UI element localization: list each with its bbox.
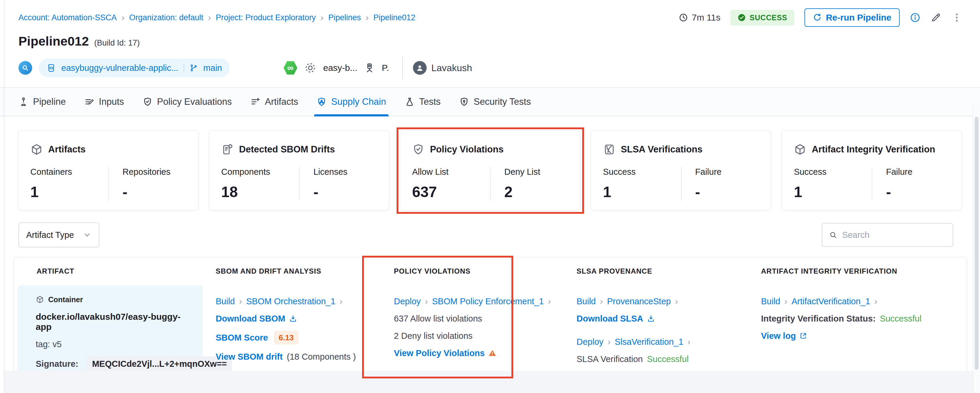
codebase-icon xyxy=(18,61,32,75)
flask-icon xyxy=(405,97,415,107)
chevron-right-icon: › xyxy=(239,296,242,306)
view-policy-violations-link[interactable]: View Policy Violations xyxy=(394,348,496,358)
info-icon[interactable] xyxy=(910,12,921,23)
view-log-link[interactable]: View log xyxy=(761,331,807,341)
cube-icon xyxy=(794,143,806,156)
col-header-policy: POLICY VIOLATIONS xyxy=(385,267,568,275)
page-footer-area xyxy=(5,371,980,393)
card-artifact-integrity: Artifact Integrity Verification Success … xyxy=(781,130,962,211)
stat-repositories: Repositories - xyxy=(108,167,186,201)
breadcrumb-pipelines[interactable]: Pipelines xyxy=(328,13,361,22)
branch-name[interactable]: main xyxy=(203,63,222,73)
artifact-image-name: docker.io/lavakush07/easy-buggy-app xyxy=(36,312,196,332)
artifacts-list-icon xyxy=(250,97,260,107)
slsa-verification-status: Successful xyxy=(647,354,689,364)
sbom-score-link[interactable]: SBOM Score xyxy=(216,332,268,343)
left-panel-divider xyxy=(4,0,5,393)
view-sbom-drift-link[interactable]: View SBOM drift xyxy=(216,351,283,362)
chevron-right-icon: › xyxy=(208,13,211,22)
chevron-right-icon: › xyxy=(675,296,678,306)
artifact-cell: Container docker.io/lavakush07/easy-bugg… xyxy=(18,286,203,379)
tab-inputs[interactable]: Inputs xyxy=(84,88,124,116)
download-slsa-link[interactable]: Download SLSA xyxy=(577,313,655,324)
vertical-scrollbar[interactable] xyxy=(973,104,980,393)
search-icon xyxy=(829,230,837,240)
tab-policy-evaluations[interactable]: Policy Evaluations xyxy=(143,88,232,116)
chevron-right-icon: › xyxy=(608,337,611,347)
external-link-icon xyxy=(799,332,807,340)
step-link[interactable]: SBOM Orchestration_1 xyxy=(247,296,336,306)
chevron-down-icon xyxy=(83,230,92,240)
page-title: Pipeline012 xyxy=(18,34,89,48)
card-artifacts: Artifacts Containers 1 Repositories - xyxy=(18,130,199,211)
scrollbar-thumb[interactable] xyxy=(975,117,978,370)
kebab-menu-icon[interactable] xyxy=(951,12,962,23)
breadcrumb: Account: Automation-SSCA › Organization:… xyxy=(18,13,415,22)
tab-supply-chain[interactable]: Supply Chain xyxy=(317,88,386,116)
artifact-tag: tag: v5 xyxy=(36,339,62,349)
breadcrumb-pipeline012[interactable]: Pipeline012 xyxy=(373,13,415,22)
artifact-type-dropdown[interactable]: Artifact Type xyxy=(18,222,99,248)
repo-pill[interactable]: easybuggy-vulnerable-applic... main xyxy=(39,59,230,77)
trigger-name[interactable]: easy-b... xyxy=(323,63,357,73)
clock-icon xyxy=(679,13,688,22)
step-link[interactable]: SBOM Policy Enforcement_1 xyxy=(432,296,544,306)
slsa-provenance-cell: Build › ProvenanceStep › Download SLSA D… xyxy=(568,285,752,371)
delegate-short-name: P. xyxy=(382,63,389,73)
breadcrumb-account[interactable]: Account: Automation-SSCA xyxy=(18,13,117,22)
stat-licenses: Licenses - xyxy=(299,167,377,201)
tab-tests[interactable]: Tests xyxy=(405,88,441,116)
tab-artifacts[interactable]: Artifacts xyxy=(250,88,298,116)
stage-link[interactable]: Deploy xyxy=(394,296,421,306)
step-link[interactable]: ArtifactVerification_1 xyxy=(792,296,870,306)
stat-slsa-failure: Failure - xyxy=(681,167,759,201)
stage-link[interactable]: Deploy xyxy=(577,337,603,347)
card-slsa-verifications: SLSA Verifications Success 1 Failure - xyxy=(590,130,772,211)
col-header-slsa: SLSA PROVENANCE xyxy=(568,267,752,275)
table-row: Container docker.io/lavakush07/easy-bugg… xyxy=(14,285,966,383)
integrity-status-value: Successful xyxy=(880,313,921,324)
search-input[interactable] xyxy=(842,230,946,240)
col-header-artifact: ARTIFACT xyxy=(14,267,207,275)
breadcrumb-project[interactable]: Project: Product Exploratory xyxy=(216,13,316,22)
repo-name[interactable]: easybuggy-vulnerable-applic... xyxy=(61,63,178,73)
chevron-right-icon: › xyxy=(366,13,369,22)
integrity-status-label: Integrity Verification Status: xyxy=(761,313,876,324)
stage-link[interactable]: Build xyxy=(577,296,596,306)
pill-divider xyxy=(184,63,184,73)
rerun-pipeline-button[interactable]: Re-run Pipeline xyxy=(805,8,900,27)
supply-chain-page: Account: Automation-SSCA › Organization:… xyxy=(0,0,980,393)
breadcrumb-organization[interactable]: Organization: default xyxy=(129,13,203,22)
user-name: Lavakush xyxy=(431,62,472,73)
download-sbom-link[interactable]: Download SBOM xyxy=(216,313,297,324)
harness-trigger-icon: ∞ xyxy=(283,61,298,75)
artifact-integrity-cell: Build › ArtifactVerification_1 › Integri… xyxy=(752,285,966,348)
header-divider xyxy=(402,57,403,79)
chevron-right-icon: › xyxy=(784,296,788,306)
user-avatar-icon xyxy=(413,61,426,75)
stage-link[interactable]: Build xyxy=(216,296,235,306)
download-icon xyxy=(647,315,655,323)
tab-security-tests[interactable]: Security Tests xyxy=(459,88,531,116)
sbom-document-icon xyxy=(221,143,234,156)
stat-integrity-success: Success 1 xyxy=(794,167,872,201)
policy-violations-cell: Deploy › SBOM Policy Enforcement_1 › 637… xyxy=(385,285,568,365)
filter-bar: Artifact Type xyxy=(18,222,953,248)
page-header: Account: Automation-SSCA › Organization:… xyxy=(0,0,980,80)
artifact-type-label: Container xyxy=(48,294,83,305)
shield-lock-icon xyxy=(459,97,469,107)
step-link[interactable]: SlsaVerification_1 xyxy=(615,337,683,347)
stage-link[interactable]: Build xyxy=(761,296,780,306)
stat-components: Components 18 xyxy=(221,167,299,201)
deny-list-violations: 2 Deny list violations xyxy=(394,331,473,341)
edit-pencil-icon[interactable] xyxy=(931,12,941,23)
signature-label: Signature: xyxy=(36,359,78,369)
warning-triangle-icon xyxy=(488,349,496,357)
shield-check-icon xyxy=(412,143,425,156)
git-branch-icon xyxy=(189,64,198,72)
tab-pipeline[interactable]: Pipeline xyxy=(18,88,66,116)
step-link[interactable]: ProvenanceStep xyxy=(607,296,671,306)
sbom-score-badge: 6.13 xyxy=(274,331,299,345)
stat-containers: Containers 1 xyxy=(30,167,108,201)
col-header-sbom: SBOM AND DRIFT ANALYSIS xyxy=(207,267,385,275)
